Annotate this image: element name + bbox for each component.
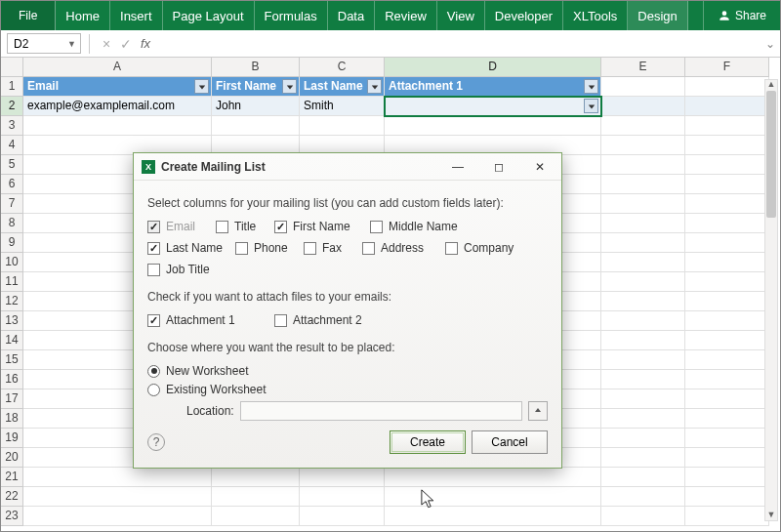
name-box[interactable]: D2 ▼ <box>7 33 81 54</box>
help-button[interactable]: ? <box>147 433 165 451</box>
row-header[interactable]: 18 <box>1 409 23 429</box>
minimize-button[interactable]: — <box>440 155 475 179</box>
cell[interactable] <box>601 468 685 487</box>
cell[interactable] <box>601 311 685 331</box>
fx-icon[interactable]: fx <box>137 36 154 51</box>
create-button[interactable]: Create <box>390 430 466 454</box>
cell[interactable] <box>601 77 685 97</box>
row-header[interactable]: 21 <box>1 468 23 487</box>
field-checkbox-middle-name[interactable]: Middle Name <box>370 220 463 233</box>
radio-new-worksheet[interactable]: New Worksheet <box>147 364 548 378</box>
cell[interactable] <box>685 214 769 233</box>
cell[interactable] <box>685 194 769 214</box>
row-header[interactable]: 7 <box>1 194 23 214</box>
row-header[interactable]: 9 <box>1 233 23 253</box>
row-header[interactable]: 3 <box>1 116 23 136</box>
cell[interactable] <box>601 429 685 448</box>
column-header[interactable]: E <box>601 58 685 77</box>
field-checkbox-first-name[interactable]: First Name <box>274 220 360 233</box>
row-header[interactable]: 6 <box>1 175 23 194</box>
ribbon-tab-insert[interactable]: Insert <box>110 1 163 30</box>
cell[interactable] <box>212 116 300 136</box>
cell[interactable] <box>300 487 385 507</box>
filter-dropdown-icon[interactable] <box>584 79 598 94</box>
cell[interactable] <box>685 468 769 487</box>
share-button[interactable]: Share <box>703 1 780 30</box>
ribbon-tab-design[interactable]: Design <box>628 1 687 30</box>
cell[interactable] <box>685 272 769 292</box>
cell[interactable] <box>601 370 685 389</box>
column-header[interactable]: A <box>23 58 212 77</box>
select-all-corner[interactable] <box>1 58 23 77</box>
cell[interactable] <box>685 136 769 155</box>
row-header[interactable]: 1 <box>1 77 23 97</box>
row-header[interactable]: 17 <box>1 389 23 409</box>
ribbon-tab-view[interactable]: View <box>437 1 485 30</box>
ribbon-tab-page-layout[interactable]: Page Layout <box>163 1 255 30</box>
row-header[interactable]: 5 <box>1 155 23 175</box>
cancel-button[interactable]: Cancel <box>472 430 548 454</box>
field-checkbox-title[interactable]: Title <box>216 220 265 233</box>
close-button[interactable]: ✕ <box>522 155 557 179</box>
cell[interactable] <box>601 448 685 468</box>
cell[interactable] <box>385 507 601 526</box>
field-checkbox-address[interactable]: Address <box>362 241 435 255</box>
column-header[interactable]: F <box>685 58 769 77</box>
formula-input[interactable] <box>156 33 759 54</box>
cell[interactable] <box>685 175 769 194</box>
cell[interactable] <box>601 97 685 116</box>
cell[interactable] <box>685 507 769 526</box>
cell[interactable] <box>23 468 212 487</box>
row-header[interactable]: 12 <box>1 292 23 311</box>
scroll-down-icon[interactable]: ▼ <box>764 510 778 521</box>
column-header[interactable]: C <box>300 58 385 77</box>
cell[interactable]: Attachment 1 <box>385 77 601 97</box>
cell[interactable] <box>685 253 769 272</box>
radio-existing-worksheet[interactable]: Existing Worksheet <box>147 383 548 396</box>
cell[interactable] <box>685 233 769 253</box>
row-header[interactable]: 11 <box>1 272 23 292</box>
row-header[interactable]: 15 <box>1 350 23 370</box>
column-header[interactable]: D <box>385 58 601 77</box>
ribbon-tab-developer[interactable]: Developer <box>485 1 563 30</box>
cell[interactable] <box>685 116 769 136</box>
row-header[interactable]: 23 <box>1 507 23 526</box>
row-header[interactable]: 8 <box>1 214 23 233</box>
scroll-thumb[interactable] <box>766 91 776 218</box>
ribbon-tab-formulas[interactable]: Formulas <box>255 1 328 30</box>
cell[interactable] <box>601 389 685 409</box>
attachment-checkbox-attachment-1[interactable]: Attachment 1 <box>147 313 265 327</box>
cell[interactable] <box>23 487 212 507</box>
filter-dropdown-icon[interactable] <box>282 79 297 94</box>
cell[interactable] <box>601 507 685 526</box>
cell[interactable] <box>685 389 769 409</box>
row-header[interactable]: 19 <box>1 429 23 448</box>
attachment-checkbox-attachment-2[interactable]: Attachment 2 <box>274 313 391 327</box>
ribbon-tab-home[interactable]: Home <box>56 1 110 30</box>
row-header[interactable]: 4 <box>1 136 23 155</box>
cell[interactable]: Smith <box>300 97 385 116</box>
ribbon-tab-xltools[interactable]: XLTools <box>563 1 628 30</box>
field-checkbox-fax[interactable]: Fax <box>304 241 352 255</box>
cell[interactable] <box>685 292 769 311</box>
dialog-titlebar[interactable]: X Create Mailing List — ◻ ✕ <box>134 153 561 181</box>
cell[interactable] <box>212 507 300 526</box>
cell[interactable]: John <box>212 97 300 116</box>
cell[interactable] <box>385 97 601 116</box>
file-tab[interactable]: File <box>1 1 56 30</box>
field-checkbox-job-title[interactable]: Job Title <box>147 263 216 276</box>
cell[interactable] <box>601 233 685 253</box>
cell[interactable] <box>385 116 601 136</box>
ribbon-tab-data[interactable]: Data <box>328 1 375 30</box>
cell[interactable] <box>685 409 769 429</box>
cell[interactable] <box>601 272 685 292</box>
row-header[interactable]: 14 <box>1 331 23 350</box>
cell[interactable] <box>601 116 685 136</box>
cell[interactable] <box>685 311 769 331</box>
cell[interactable] <box>601 155 685 175</box>
cell[interactable] <box>601 331 685 350</box>
cell[interactable] <box>212 468 300 487</box>
maximize-button[interactable]: ◻ <box>481 155 516 179</box>
row-header[interactable]: 22 <box>1 487 23 507</box>
cell[interactable]: First Name <box>212 77 300 97</box>
